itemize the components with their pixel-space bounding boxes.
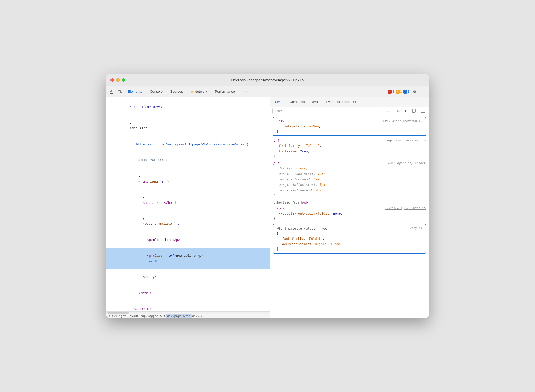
css-property: font-size: 2rem; xyxy=(273,149,426,154)
more-tabs-button[interactable]: >> xyxy=(239,88,250,95)
svg-rect-6 xyxy=(413,109,415,112)
at-rule-selector[interactable]: @font-palette-values --New xyxy=(277,227,327,230)
css-property: margin-inline-end: 0px; xyxy=(273,188,426,193)
tab-network[interactable]: ⚠ Network xyxy=(187,88,211,95)
right-panel: Styles Computed Layout Event Listeners >… xyxy=(270,97,429,318)
css-rule-p1: p { ZEPpYLa?ano…ue&view=:30 font-family:… xyxy=(270,137,429,160)
html-line: <p>old colors</p> xyxy=(106,232,270,248)
css-selector[interactable]: .new { xyxy=(277,120,288,123)
css-property: font-family: 'Foldit'; xyxy=(277,236,422,242)
device-toggle-icon[interactable] xyxy=(116,88,123,95)
error-badge[interactable]: ✕ 3 xyxy=(388,90,394,94)
css-selector[interactable]: p { xyxy=(273,162,279,165)
expand-icon[interactable] xyxy=(138,175,140,179)
tab-layout[interactable]: Layout xyxy=(308,99,323,105)
settings-icon[interactable]: ⚙ xyxy=(411,88,418,95)
titlebar: DevTools - codepen.io/sofiayem/pen/ZEPpY… xyxy=(106,74,429,86)
css-property: margin-block-start: 1em; xyxy=(273,172,426,177)
styles-tabs: Styles Computed Layout Event Listeners >… xyxy=(270,97,429,107)
close-button[interactable] xyxy=(110,78,114,82)
html-line-selected[interactable]: <p class="new">new colors</p> == $0 xyxy=(106,248,270,269)
traffic-lights xyxy=(110,78,125,82)
tab-elements[interactable]: Elements xyxy=(124,88,145,95)
svg-rect-1 xyxy=(110,92,114,92)
class-toggle[interactable]: .cls xyxy=(393,109,401,113)
html-line: <body translate="no"> xyxy=(106,211,270,232)
svg-rect-3 xyxy=(118,90,120,93)
elements-panel[interactable]: " loading="lazy"> #document (https://cdp… xyxy=(106,97,270,311)
breadcrumb-item[interactable]: div. xyxy=(192,314,199,318)
filter-bar: :hov .cls + xyxy=(270,107,429,115)
more-style-tabs[interactable]: >> xyxy=(353,100,357,104)
network-warning-icon: ⚠ xyxy=(191,90,194,94)
expand-icon[interactable] xyxy=(143,196,144,200)
css-selector[interactable]: p { xyxy=(273,139,279,143)
css-source-user-agent: user agent stylesheet xyxy=(388,162,426,165)
svg-rect-2 xyxy=(110,93,113,94)
html-line: </body> xyxy=(106,269,270,286)
tab-performance[interactable]: Performance xyxy=(212,88,238,95)
css-rule-font-palette: @font-palette-values --New <style> { fon… xyxy=(273,224,426,253)
css-property: font-family: 'Foldit'; xyxy=(273,143,426,149)
expand-icon[interactable] xyxy=(130,122,131,126)
css-property: override-colors: 0 gold, 1 red; xyxy=(277,242,422,247)
inherited-label: Inherited from body xyxy=(270,199,429,205)
html-line: (https://cdpn.io/sofiayem/fullpage/ZEPpY… xyxy=(106,137,270,153)
tab-sources[interactable]: Sources xyxy=(167,88,186,95)
css-property: --google-font-color-foldit: none; xyxy=(273,211,426,216)
html-line: <!DOCTYPE html> xyxy=(106,153,270,169)
font-palette-rule-block: @font-palette-values --New <style> { fon… xyxy=(273,224,426,254)
html-line: " loading="lazy"> xyxy=(106,99,270,116)
left-panel-container: " loading="lazy"> #document (https://cdp… xyxy=(106,97,270,318)
css-property: margin-inline-start: 0px; xyxy=(273,182,426,188)
css-source[interactable]: <style> xyxy=(410,227,422,230)
css-source[interactable]: ZEPpYLa?ano…ue&view=:40 xyxy=(381,120,422,123)
expand-icon[interactable] xyxy=(143,217,144,221)
inspector-icon[interactable] xyxy=(108,88,115,95)
warning-badge[interactable]: ⚠ 2 xyxy=(396,90,402,94)
breadcrumb: n.twilight.layout-top.logged-out div.pag… xyxy=(106,314,270,318)
more-options-icon[interactable]: ⋮ xyxy=(420,88,427,95)
css-selector[interactable]: body { xyxy=(273,207,285,211)
css-property: font-palette: --New; xyxy=(277,124,422,129)
new-rule-block: .new { ZEPpYLa?ano…ue&view=:40 font-pale… xyxy=(273,117,426,136)
window-title: DevTools - codepen.io/sofiayem/pen/ZEPpY… xyxy=(231,78,304,82)
html-line: <html lang="en"> xyxy=(106,169,270,190)
css-rule-body: body { css2?family…wght@700:25 --google-… xyxy=(270,205,429,222)
svg-rect-0 xyxy=(110,90,112,91)
breadcrumb-item[interactable]: div.page-wrap xyxy=(166,314,192,318)
copy-styles-icon[interactable] xyxy=(410,108,418,114)
tab-event-listeners[interactable]: Event Listeners xyxy=(323,99,352,105)
info-icon: i xyxy=(403,90,407,94)
tab-console[interactable]: Console xyxy=(147,88,166,95)
html-line: </html> xyxy=(106,286,270,302)
add-style-rule[interactable]: + xyxy=(403,108,408,114)
html-line: <head> ··· </head> xyxy=(106,190,270,211)
devtools-toolbar: Elements Console Sources ⚠ Network Perfo… xyxy=(106,86,429,97)
tab-computed[interactable]: Computed xyxy=(287,99,308,105)
horizontal-scrollbar[interactable] xyxy=(106,311,270,314)
svg-rect-4 xyxy=(121,91,122,93)
css-source[interactable]: ZEPpYLa?ano…ue&view=:30 xyxy=(385,139,426,142)
filter-input[interactable] xyxy=(272,108,381,114)
toolbar-right: ✕ 3 ⚠ 2 i 1 ⚙ ⋮ xyxy=(388,88,427,95)
inspector-view-icon[interactable] xyxy=(419,108,427,114)
styles-content[interactable]: .new { ZEPpYLa?ano…ue&view=:40 font-pale… xyxy=(270,115,429,318)
css-property: margin-block-end: 1em; xyxy=(273,177,426,182)
css-property: display: block; xyxy=(273,166,426,171)
tab-styles[interactable]: Styles xyxy=(272,99,287,105)
css-source[interactable]: css2?family…wght@700:25 xyxy=(385,207,426,210)
css-rule-new: .new { ZEPpYLa?ano…ue&view=:40 font-pale… xyxy=(273,117,426,135)
dom-reference: == $0 xyxy=(149,259,158,263)
html-line: #document xyxy=(106,116,270,137)
devtools-body: " loading="lazy"> #document (https://cdp… xyxy=(106,97,429,318)
maximize-button[interactable] xyxy=(122,78,125,82)
scrollbar-thumb[interactable] xyxy=(107,312,129,314)
devtools-window: DevTools - codepen.io/sofiayem/pen/ZEPpY… xyxy=(106,74,429,318)
breadcrumb-item[interactable]: n.twilight.layout-top.logged-out xyxy=(108,314,165,318)
error-icon: ✕ xyxy=(388,90,392,94)
hover-toggle[interactable]: :hov xyxy=(383,109,392,113)
html-line: </iframe> xyxy=(106,301,270,311)
minimize-button[interactable] xyxy=(116,78,120,82)
info-badge[interactable]: i 1 xyxy=(403,90,409,94)
